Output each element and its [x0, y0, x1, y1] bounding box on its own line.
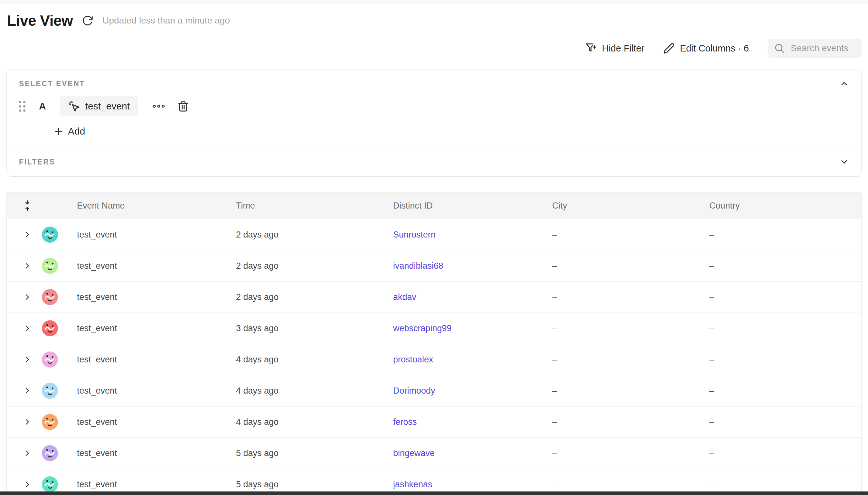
distinct-id-link[interactable]: webscraping99 [393, 323, 452, 333]
drag-handle-icon[interactable] [19, 101, 25, 112]
events-table: Event Name Time Distinct ID City Country [6, 192, 862, 495]
event-name-cell: test_event [67, 230, 226, 240]
row-expand-button[interactable] [23, 386, 32, 395]
city-cell: – [543, 355, 700, 365]
event-name-cell: test_event [67, 417, 226, 427]
time-cell: 4 days ago [226, 355, 384, 365]
expand-filters-button[interactable] [839, 157, 849, 167]
distinct-id-link[interactable]: Dorimoody [393, 386, 435, 395]
event-row: A test_event [19, 96, 849, 116]
collapse-rows-icon [22, 200, 33, 212]
table-header-row: Event Name Time Distinct ID City Country [7, 192, 861, 219]
country-cell: – [700, 386, 861, 396]
distinct-id-link[interactable]: bingewave [393, 448, 435, 458]
table-row[interactable]: test_event 4 days ago feross – – [7, 406, 861, 438]
row-expand-button[interactable] [23, 324, 32, 333]
table-row[interactable]: test_event 3 days ago webscraping99 – – [7, 312, 861, 344]
search-input[interactable] [791, 43, 855, 53]
country-cell: – [700, 480, 861, 490]
trash-icon [177, 100, 189, 112]
refresh-button[interactable] [81, 14, 94, 27]
table-row[interactable]: test_event 4 days ago Dorimoody – – [7, 375, 861, 406]
avatar [42, 352, 58, 368]
toolbar: Hide Filter Edit Columns · 6 [6, 38, 862, 58]
row-expand-button[interactable] [23, 355, 32, 364]
avatar [42, 383, 58, 399]
event-name-cell: test_event [67, 480, 226, 490]
country-cell: – [700, 292, 861, 302]
table-row[interactable]: test_event 2 days ago ivandiblasi68 – – [7, 250, 861, 281]
distinct-id-link[interactable]: akdav [393, 292, 416, 302]
table-row[interactable]: test_event 4 days ago prostoalex – – [7, 344, 861, 375]
country-cell: – [700, 261, 861, 271]
avatar [42, 258, 58, 274]
distinct-id-link[interactable]: Sunrostern [393, 230, 436, 239]
row-expand-button[interactable] [23, 230, 32, 239]
event-name-cell: test_event [67, 292, 226, 302]
hide-filter-label: Hide Filter [602, 43, 644, 54]
row-expand-icon [23, 324, 32, 333]
row-expand-icon [23, 230, 32, 239]
time-cell: 3 days ago [226, 323, 384, 334]
avatar [42, 289, 58, 305]
country-cell: – [700, 417, 861, 427]
table-row[interactable]: test_event 2 days ago akdav – – [7, 281, 861, 312]
column-header-event-name[interactable]: Event Name [67, 201, 226, 211]
event-name-cell: test_event [67, 261, 226, 271]
table-row[interactable]: test_event 5 days ago bingewave – – [7, 438, 861, 468]
city-cell: – [543, 480, 700, 490]
distinct-id-link[interactable]: ivandiblasi68 [393, 261, 443, 271]
city-cell: – [543, 261, 700, 271]
column-header-country[interactable]: Country [700, 201, 861, 211]
collapse-section-button[interactable] [839, 79, 849, 88]
filters-section: FILTERS [7, 147, 861, 176]
event-options-button[interactable] [152, 101, 166, 111]
event-selector-button[interactable]: test_event [59, 96, 138, 116]
event-name-cell: test_event [67, 448, 226, 458]
edit-columns-button[interactable]: Edit Columns · 6 [663, 42, 749, 54]
avatar [42, 476, 58, 492]
city-cell: – [543, 417, 700, 427]
row-expand-button[interactable] [23, 480, 32, 489]
collapse-all-rows-button[interactable] [22, 200, 33, 212]
time-cell: 2 days ago [226, 261, 384, 271]
hide-filter-button[interactable]: Hide Filter [585, 42, 644, 54]
window-top-edge [0, 0, 868, 4]
time-cell: 5 days ago [226, 480, 384, 490]
row-expand-button[interactable] [23, 261, 32, 270]
column-header-city[interactable]: City [543, 201, 700, 211]
distinct-id-link[interactable]: jashkenas [393, 480, 432, 489]
row-expand-button[interactable] [23, 449, 32, 458]
row-expand-button[interactable] [23, 293, 32, 302]
avatar [42, 445, 58, 461]
distinct-id-link[interactable]: prostoalex [393, 355, 433, 364]
search-box[interactable] [768, 39, 862, 58]
time-cell: 2 days ago [226, 292, 384, 302]
event-position-label: A [39, 101, 46, 112]
country-cell: – [700, 230, 861, 240]
time-cell: 2 days ago [226, 230, 384, 240]
row-expand-icon [23, 355, 32, 364]
query-builder-card: SELECT EVENT A [6, 69, 862, 177]
row-expand-button[interactable] [23, 417, 32, 426]
table-row[interactable]: test_event 5 days ago jashkenas – – [7, 468, 861, 495]
page-header: Live View Updated less than a minute ago [6, 4, 862, 29]
column-header-time[interactable]: Time [226, 201, 384, 211]
refresh-icon [82, 15, 93, 27]
row-expand-icon [23, 261, 32, 270]
time-cell: 4 days ago [226, 386, 384, 396]
chevron-up-icon [839, 79, 849, 88]
search-icon [774, 43, 785, 54]
table-row[interactable]: test_event 2 days ago Sunrostern – – [7, 219, 861, 250]
time-cell: 4 days ago [226, 417, 384, 427]
column-header-distinct-id[interactable]: Distinct ID [384, 201, 543, 211]
distinct-id-link[interactable]: feross [393, 417, 417, 427]
select-event-section: SELECT EVENT A [7, 70, 861, 147]
delete-event-button[interactable] [177, 100, 189, 112]
add-event-button[interactable]: Add [54, 126, 85, 137]
live-view-page: Live View Updated less than a minute ago… [0, 4, 868, 495]
plus-icon [54, 126, 64, 136]
event-pill-label: test_event [85, 101, 130, 112]
updated-status: Updated less than a minute ago [102, 15, 229, 26]
chevron-down-icon [839, 157, 849, 167]
